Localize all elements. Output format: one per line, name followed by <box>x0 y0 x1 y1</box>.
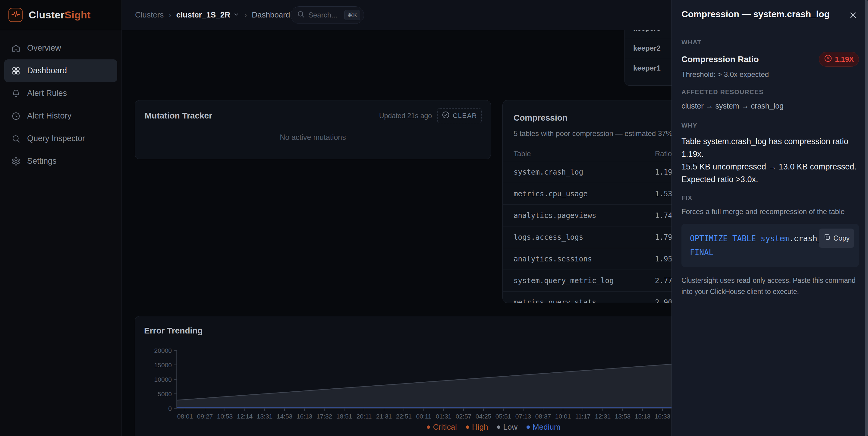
ratio-status-badge: 1.19X <box>819 52 859 67</box>
brand-name: ClusterSight <box>29 9 91 21</box>
error-trending-title: Error Trending <box>144 326 203 336</box>
svg-text:20000: 20000 <box>154 347 172 354</box>
svg-text:20:11: 20:11 <box>356 413 372 420</box>
table-name: metrics.cpu_usage <box>514 190 588 198</box>
column-header-table: Table <box>514 150 531 158</box>
svg-text:17:32: 17:32 <box>316 413 333 420</box>
mutation-tracker-actions: Updated 21s ago CLEAR <box>379 108 482 123</box>
clear-label: CLEAR <box>453 112 477 120</box>
breadcrumb-page[interactable]: Dashboard <box>252 10 290 20</box>
sql-code-block: OPTIMIZE TABLE system.crash_log FINAL Co… <box>681 224 859 267</box>
clear-status-button[interactable]: CLEAR <box>437 108 482 123</box>
svg-text:02:57: 02:57 <box>456 413 472 420</box>
updated-timestamp: Updated 21s ago <box>379 112 432 120</box>
table-name: system.crash_log <box>514 168 583 176</box>
legend-dot <box>466 426 469 429</box>
copy-button[interactable]: Copy <box>819 229 854 248</box>
svg-text:21:31: 21:31 <box>376 413 392 420</box>
search-placeholder: Search... <box>308 11 337 19</box>
legend-dot <box>427 426 430 429</box>
legend-item-medium[interactable]: Medium <box>527 423 560 432</box>
why-line: 15.5 KB uncompressed → 13.0 KB compresse… <box>681 161 859 173</box>
legend-dot <box>497 426 500 429</box>
legend-item-high[interactable]: High <box>466 423 488 432</box>
sidebar-item-dashboard[interactable]: Dashboard <box>4 59 117 82</box>
legend-label: Low <box>503 423 518 432</box>
what-section-label: WHAT <box>681 38 859 46</box>
keeper-list-item[interactable]: keeper2 <box>625 38 678 58</box>
sidebar-item-query-inspector[interactable]: Query Inspector <box>4 127 117 150</box>
mutation-empty-state: No active mutations <box>135 133 491 142</box>
fix-description: Forces a full merge and recompression of… <box>681 207 859 216</box>
circle-x-icon <box>824 54 832 64</box>
sidebar-item-label: Overview <box>27 43 61 53</box>
svg-text:16:33: 16:33 <box>655 413 671 420</box>
sidebar-header: ClusterSight <box>0 0 121 30</box>
svg-text:10:53: 10:53 <box>217 413 233 420</box>
svg-text:12:14: 12:14 <box>237 413 253 420</box>
svg-text:13:53: 13:53 <box>615 413 631 420</box>
sql-keyword: FINAL <box>690 248 713 257</box>
home-icon <box>11 44 21 53</box>
svg-text:00:11: 00:11 <box>416 413 432 420</box>
svg-text:10000: 10000 <box>154 376 172 383</box>
search-icon <box>11 134 21 143</box>
svg-text:10:01: 10:01 <box>555 413 571 420</box>
svg-text:16:13: 16:13 <box>297 413 313 420</box>
svg-text:11:17: 11:17 <box>575 413 591 420</box>
search-icon <box>297 10 305 20</box>
sidebar-item-label: Query Inspector <box>27 134 85 143</box>
legend-dot <box>527 426 530 429</box>
compression-ratio-value: 1.19 <box>655 168 673 176</box>
svg-text:5000: 5000 <box>158 390 172 398</box>
mutation-tracker-header: Mutation Tracker Updated 21s ago CLEAR <box>135 100 491 123</box>
sidebar-nav: OverviewDashboardAlert RulesAlert Histor… <box>0 30 121 172</box>
legend-item-low[interactable]: Low <box>497 423 518 432</box>
why-section-label: WHY <box>681 122 859 129</box>
breadcrumb-cluster-dropdown[interactable]: cluster_1S_2R <box>176 10 239 20</box>
table-name: analytics.pageviews <box>514 211 596 220</box>
table-name: metrics.query_stats <box>514 298 596 303</box>
breadcrumb-separator: › <box>244 10 247 20</box>
sidebar-item-overview[interactable]: Overview <box>4 37 117 59</box>
sidebar: ClusterSight OverviewDashboardAlert Rule… <box>0 0 122 436</box>
sidebar-item-alert-history[interactable]: Alert History <box>4 105 117 127</box>
keeper-list-item[interactable]: keeper1 <box>625 58 678 78</box>
sidebar-item-settings[interactable]: Settings <box>4 150 117 172</box>
detail-panel: Compression — system.crash_log WHAT Comp… <box>672 0 868 436</box>
table-name: system.query_metric_log <box>514 277 614 285</box>
ratio-badge-value: 1.19X <box>835 55 854 64</box>
svg-text:05:51: 05:51 <box>495 413 512 420</box>
circle-check-icon <box>442 111 450 121</box>
svg-text:08:01: 08:01 <box>177 413 193 420</box>
svg-text:01:31: 01:31 <box>436 413 452 420</box>
sidebar-item-label: Alert Rules <box>27 89 67 98</box>
brand-accent: Sight <box>64 9 90 21</box>
pulse-icon <box>11 10 20 20</box>
sidebar-item-alert-rules[interactable]: Alert Rules <box>4 82 117 105</box>
compression-ratio-value: 1.53 <box>655 190 673 198</box>
app-logo <box>8 8 23 22</box>
compression-ratio-value: 2.90 <box>655 298 673 303</box>
svg-text:18:51: 18:51 <box>336 413 352 420</box>
affected-section-label: AFFECTED RESOURCES <box>681 88 859 95</box>
why-line: Table system.crash_log has compression r… <box>681 135 859 161</box>
mutation-tracker-card: Mutation Tracker Updated 21s ago CLEAR N… <box>135 100 491 159</box>
gear-icon <box>11 157 21 166</box>
close-icon[interactable] <box>847 9 859 21</box>
sidebar-item-label: Dashboard <box>27 66 67 76</box>
panel-title: Compression — system.crash_log <box>681 9 830 19</box>
copy-label: Copy <box>833 231 849 245</box>
why-line: Expected ratio >3.0x. <box>681 173 859 186</box>
breadcrumb: Clusters › cluster_1S_2R › Dashboard <box>135 10 290 20</box>
legend-item-critical[interactable]: Critical <box>427 423 457 432</box>
breadcrumb-clusters[interactable]: Clusters <box>135 10 164 20</box>
search-input[interactable]: Search... ⌘K <box>290 6 364 24</box>
panel-scrollbar[interactable] <box>865 0 868 436</box>
svg-text:04:25: 04:25 <box>475 413 492 420</box>
table-name: logs.access_logs <box>514 233 583 241</box>
clock-icon <box>11 112 21 121</box>
read-only-note: Clustersight uses read-only access. Past… <box>681 275 859 297</box>
grid-icon <box>11 66 21 76</box>
svg-text:14:53: 14:53 <box>277 413 293 420</box>
